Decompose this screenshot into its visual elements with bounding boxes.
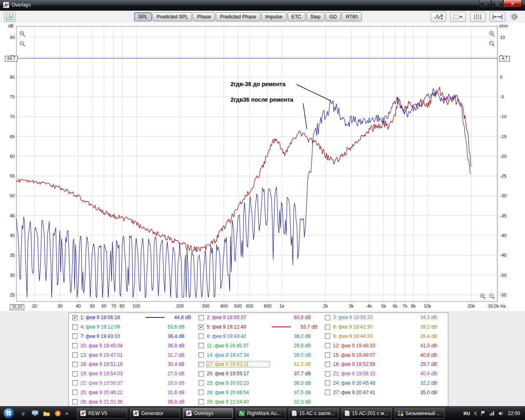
legend-entry[interactable]: 4: фев 9 19:12:0953,6 dB (69, 322, 195, 332)
legend-entry[interactable]: 28: фев 9 21:01:3639,8 dB (69, 397, 195, 406)
legend-entry[interactable]: 13: фев 9 19:47:0131,7 dB (69, 350, 195, 360)
media-player-icon[interactable] (54, 409, 62, 418)
legend-entry[interactable]: 8: фев 9 19:43:4236,2 dB (195, 332, 322, 341)
legend-checkbox[interactable] (72, 352, 78, 358)
legend-checkbox[interactable] (199, 371, 204, 377)
legend-entry[interactable]: 26: фев 9 20:46:5437,5 dB (195, 388, 322, 397)
legend-entry[interactable]: 16: фев 9 19:51:1830,4 dB (69, 360, 195, 369)
legend-checkbox[interactable] (325, 324, 330, 330)
legend-entry[interactable]: 22: фев 9 19:56:3728,0 dB (69, 379, 195, 388)
folder-icon[interactable] (42, 409, 50, 418)
minimize-button[interactable]: – (479, 0, 491, 7)
close-button[interactable]: ✕ (503, 0, 522, 7)
hidden-icons-chevron-icon[interactable] (474, 411, 477, 415)
legend-checkbox[interactable] (72, 362, 78, 367)
quick-launch-overflow-chevron-icon[interactable]: » (64, 410, 69, 416)
display-icon[interactable] (31, 409, 39, 418)
spl-chart[interactable]: 90858075706560555045403530251050-5-10-15… (0, 23, 525, 311)
legend-checkbox[interactable] (199, 315, 204, 320)
volume-icon[interactable] (498, 411, 504, 416)
tab-phase[interactable]: Phase (193, 12, 215, 21)
legend-entry[interactable]: 20: фев 9 19:55:1737,7 dB (195, 369, 322, 379)
legend-entry[interactable]: 23: фев 9 20:02:1036,3 dB (195, 379, 322, 388)
legend-checkbox[interactable] (72, 380, 78, 386)
legend-checkbox[interactable] (72, 399, 78, 404)
tab-rt60[interactable]: RT60 (342, 12, 362, 21)
legend-checkbox[interactable] (72, 343, 78, 348)
legend-entry[interactable]: ✓1: фев 9 18:06:1844,8 dB (69, 313, 195, 322)
capture-icon[interactable] (450, 12, 466, 22)
start-button[interactable] (3, 408, 14, 419)
legend-checkbox[interactable] (72, 324, 78, 330)
legend-entry[interactable]: 15: фев 9 19:49:0740,6 dB (322, 350, 448, 360)
tab-predicted-spl[interactable]: Predicted SPL (153, 12, 192, 21)
language-indicator[interactable]: RU (463, 411, 470, 416)
tab-gd[interactable]: GD (325, 12, 341, 21)
legend-checkbox[interactable] (199, 343, 204, 348)
tab-etc[interactable]: ETC (288, 12, 306, 21)
legend-checkbox[interactable]: ✓ (72, 315, 78, 320)
notification-flag-icon[interactable] (481, 411, 486, 416)
clock[interactable]: 22:00 (508, 411, 520, 416)
legend-entry[interactable]: 19: фев 9 19:54:0327,8 dB (69, 369, 195, 379)
legend-entry[interactable]: 2: фев 9 18:55:3760,8 dB (195, 313, 322, 322)
legend-entry[interactable]: 24: фев 9 20:45:4832,2 dB (322, 379, 448, 388)
legend-checkbox[interactable] (199, 399, 204, 404)
zoom-out-y-icon[interactable] (19, 40, 26, 47)
expand-horizontal-icon[interactable] (490, 12, 505, 22)
legend-checkbox[interactable] (199, 380, 204, 386)
legend-entry[interactable]: 29: фев 9 21:04:4032,3 dB (195, 397, 322, 406)
legend-checkbox[interactable] (72, 333, 78, 339)
legend-entry[interactable]: 14: фев 9 19:47:3439,0 dB (195, 350, 322, 360)
network-icon[interactable] (489, 411, 495, 416)
zoom-out-y-right-icon[interactable] (488, 40, 495, 47)
taskbar-task-button[interactable]: Overlays (183, 408, 233, 419)
internet-explorer-icon[interactable]: e (19, 409, 27, 418)
tab-predicted-phase[interactable]: Predicted Phase (216, 12, 260, 21)
legend-checkbox[interactable] (325, 380, 330, 386)
graph-window-icon[interactable] (4, 12, 16, 22)
legend-entry[interactable]: 12: фев 9 19:46:3341,0 dB (322, 341, 448, 350)
taskbar-task-button[interactable]: 15 АС-201 с м... (342, 408, 392, 419)
legend-checkbox[interactable] (72, 390, 78, 395)
legend-checkbox[interactable] (72, 371, 78, 377)
zoom-in-x-icon[interactable] (479, 293, 486, 300)
zoom-in-y-icon[interactable] (19, 30, 26, 37)
legend-entry[interactable]: 3: фев 9 18:58:2034,3 dB (322, 313, 448, 322)
taskbar-task-button[interactable]: RightMark Au... (236, 408, 286, 419)
legend-checkbox[interactable] (325, 315, 330, 320)
gridlines-icon[interactable] (470, 12, 486, 22)
maximize-button[interactable]: □ (491, 0, 503, 7)
tab-spl[interactable]: SPL (134, 12, 152, 21)
settings-gear-icon[interactable] (509, 12, 519, 22)
legend-checkbox[interactable] (325, 343, 330, 348)
legend-entry[interactable]: 11: фев 9 19:45:3729,8 dB (195, 341, 322, 350)
legend-entry[interactable]: 27: фев 9 20:47:4135,0 dB (322, 388, 448, 397)
tab-impulse[interactable]: Impulse (261, 12, 287, 21)
taskbar-task-button[interactable]: Безымянный ... (395, 408, 445, 419)
legend-entry[interactable]: 17: фев 9 19:52:1141,0 dB (195, 360, 322, 369)
legend-checkbox[interactable]: ✓ (199, 324, 204, 330)
legend-entry[interactable]: 25: фев 9 20:46:2231,6 dB (69, 388, 195, 397)
legend-checkbox[interactable] (199, 352, 204, 358)
legend-entry[interactable]: ✓5: фев 9 19:12:4853,7 dB (195, 322, 322, 332)
legend-checkbox[interactable] (325, 390, 330, 395)
legend-checkbox[interactable] (325, 371, 330, 377)
taskbar-task-button[interactable]: 15 АС с закле... (289, 408, 339, 419)
tab-step[interactable]: Step (306, 12, 325, 21)
legend-checkbox[interactable] (325, 352, 330, 358)
legend-checkbox[interactable] (325, 333, 330, 339)
fit-vertical-icon[interactable] (431, 12, 446, 22)
legend-checkbox[interactable] (199, 333, 204, 339)
legend-entry[interactable]: 10: фев 9 19:45:0436,8 dB (69, 341, 195, 350)
legend-entry[interactable]: 6: фев 9 19:42:3039,2 dB (322, 322, 448, 332)
legend-checkbox[interactable] (199, 390, 204, 395)
taskbar-task-button[interactable]: REW V5 (77, 408, 127, 419)
legend-checkbox[interactable] (325, 362, 330, 367)
legend-entry[interactable]: 9: фев 9 19:44:3335,4 dB (322, 332, 448, 341)
zoom-in-y-right-icon[interactable] (488, 30, 495, 37)
legend-entry[interactable]: 21: фев 9 19:56:1540,4 dB (322, 369, 448, 379)
taskbar-task-button[interactable]: Generator (130, 408, 180, 419)
zoom-out-x-icon[interactable] (488, 293, 495, 300)
legend-checkbox[interactable] (199, 362, 204, 367)
